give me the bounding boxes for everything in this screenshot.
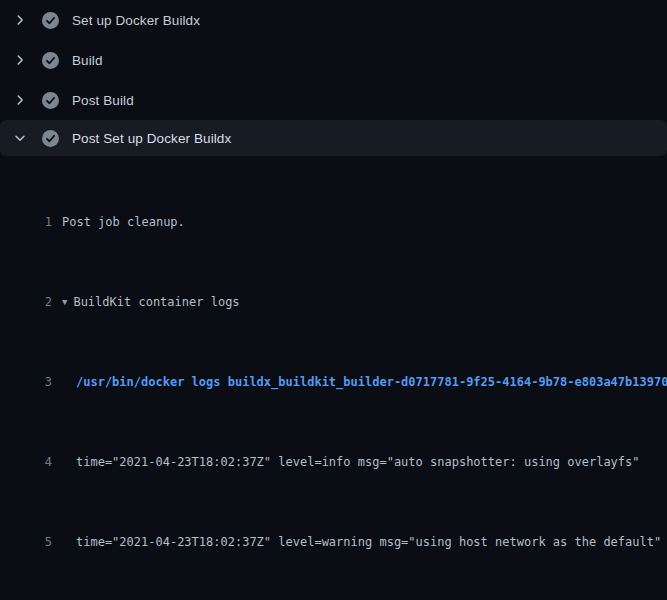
step-title: Build xyxy=(72,53,103,68)
chevron-down-icon[interactable] xyxy=(12,130,28,146)
line-text: ▼BuildKit container logs xyxy=(52,292,240,312)
step-row-post-set-up-docker-buildx[interactable]: Post Set up Docker Buildx xyxy=(0,120,667,156)
step-row-set-up-docker-buildx[interactable]: Set up Docker Buildx xyxy=(0,0,667,40)
actions-log-viewer: Set up Docker Buildx Build Post Build xyxy=(0,0,667,600)
step-title: Post Build xyxy=(72,93,134,108)
line-number: 3 xyxy=(0,372,52,392)
line-number: 4 xyxy=(0,452,52,472)
line-number: 2 xyxy=(0,292,52,312)
success-check-icon xyxy=(42,52,59,69)
step-row-build[interactable]: Build xyxy=(0,40,667,80)
log-line: 1 Post job cleanup. xyxy=(0,212,667,232)
line-text: time="2021-04-23T18:02:37Z" level=warnin… xyxy=(52,532,661,552)
log-area: 1 Post job cleanup. 2 ▼BuildKit containe… xyxy=(0,156,667,600)
line-number: 5 xyxy=(0,532,52,552)
log-line: 3 /usr/bin/docker logs buildx_buildkit_b… xyxy=(0,372,667,392)
line-text: Post job cleanup. xyxy=(52,212,185,232)
line-text: time="2021-04-23T18:02:37Z" level=info m… xyxy=(52,452,640,472)
steps-list: Set up Docker Buildx Build Post Build xyxy=(0,0,667,156)
log-line: 4 time="2021-04-23T18:02:37Z" level=info… xyxy=(0,452,667,472)
chevron-right-icon[interactable] xyxy=(12,52,28,68)
expander-triangle-icon[interactable]: ▼ xyxy=(62,292,67,312)
step-row-post-build[interactable]: Post Build xyxy=(0,80,667,120)
log-line: 5 time="2021-04-23T18:02:37Z" level=warn… xyxy=(0,532,667,552)
step-title: Set up Docker Buildx xyxy=(72,13,200,28)
line-number: 1 xyxy=(0,212,52,232)
success-check-icon xyxy=(42,130,59,147)
log-line: 2 ▼BuildKit container logs xyxy=(0,292,667,312)
chevron-right-icon[interactable] xyxy=(12,12,28,28)
step-title: Post Set up Docker Buildx xyxy=(72,131,231,146)
chevron-right-icon[interactable] xyxy=(12,92,28,108)
success-check-icon xyxy=(42,12,59,29)
line-text: /usr/bin/docker logs buildx_buildkit_bui… xyxy=(52,372,667,392)
success-check-icon xyxy=(42,92,59,109)
